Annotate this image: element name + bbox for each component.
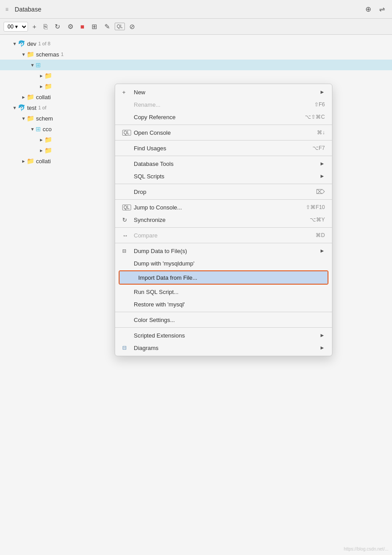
split-button[interactable]: ⇌	[377, 4, 387, 14]
folder-icon: 📁	[44, 136, 52, 143]
menu-label-find-usages: Find Usages	[134, 145, 304, 152]
add-datasource-button[interactable]: ⊕	[364, 4, 373, 14]
separator-4	[115, 184, 332, 184]
menu-label-run-sql: Run SQL Script...	[134, 289, 325, 295]
menu-item-color-settings[interactable]: Color Settings...	[115, 314, 332, 326]
new-icon: +	[122, 89, 131, 96]
separator-8	[115, 312, 332, 312]
tree-node-schema-selected[interactable]: ▼ ⊞	[0, 60, 392, 70]
submenu-arrow: ►	[320, 89, 325, 95]
add-button[interactable]: +	[30, 21, 39, 32]
menu-label-dump-mysqldump: Dump with 'mysqldump'	[134, 260, 325, 267]
folder-icon: 📁	[44, 147, 52, 154]
menu-item-drop[interactable]: Drop ⌦	[115, 185, 332, 198]
tools-button[interactable]: ⚙	[65, 21, 76, 32]
menu-item-jump-console[interactable]: QL Jump to Console... ⇧⌘F10	[115, 201, 332, 213]
menu-item-database-tools[interactable]: Database Tools ►	[115, 157, 332, 170]
filter-button[interactable]: ⊘	[127, 21, 138, 32]
menu-label-copy-reference: Copy Reference	[134, 114, 296, 121]
menu-item-run-sql[interactable]: Run SQL Script...	[115, 286, 332, 298]
menu-label-sql-scripts: SQL Scripts	[134, 173, 316, 180]
scripted-ext-arrow: ►	[320, 332, 325, 338]
menu-label-new: New	[134, 89, 316, 96]
toolbar: 00 ▾ + ⎘ ↻ ⚙ ■ ⊞ ✎ QL ⊘	[0, 19, 392, 35]
console-icon: QL	[122, 130, 131, 136]
tree-node-dev[interactable]: ▼ 🐬 dev 1 of 8	[0, 38, 392, 49]
panel: ≡ Database ⊕ ⇌ 00 ▾ + ⎘ ↻ ⚙ ■ ⊞ ✎ QL ⊘ ✓…	[0, 0, 392, 555]
expand-icon: ▼	[12, 105, 17, 110]
folder-icon: 📁	[27, 93, 34, 101]
sql-button[interactable]: QL	[115, 23, 125, 30]
folder-icon: 📁	[27, 157, 34, 165]
menu-item-open-console[interactable]: QL Open Console ⌘↓	[115, 126, 332, 139]
expand-icon: ▼	[12, 41, 17, 46]
separator-1	[115, 125, 332, 125]
menu-label-scripted-extensions: Scripted Extensions	[134, 332, 316, 339]
menu-item-sql-scripts[interactable]: SQL Scripts ►	[115, 170, 332, 182]
tree-node-sub1[interactable]: ► 📁	[0, 70, 392, 81]
menu-item-new[interactable]: + New ►	[115, 86, 332, 98]
menu-item-rename[interactable]: Rename... ⇧F6	[115, 98, 332, 111]
zoom-select[interactable]: 00 ▾	[4, 22, 28, 32]
context-menu: + New ► Rename... ⇧F6 Copy Reference ⌥⇧⌘…	[115, 84, 332, 356]
folder-icon: 📁	[44, 83, 52, 90]
menu-label-synchronize: Synchronize	[134, 217, 301, 223]
diagrams-icon: ⊟	[122, 345, 131, 351]
refresh-button[interactable]: ↻	[52, 21, 63, 32]
tree-node-schemas[interactable]: ▼ 📁 schemas 1	[0, 49, 392, 60]
menu-item-synchronize[interactable]: ↻ Synchronize ⌥⌘Y	[115, 213, 332, 226]
menu-item-dump-data[interactable]: ⊟ Dump Data to File(s) ►	[115, 245, 332, 257]
menu-label-database-tools: Database Tools	[134, 161, 316, 167]
separator-7	[115, 243, 332, 243]
menu-item-restore-mysql[interactable]: Restore with 'mysql'	[115, 298, 332, 310]
watermark: https://blog.csdn.net/...	[344, 547, 388, 551]
copy-ref-shortcut: ⌥⇧⌘C	[305, 114, 325, 120]
db-tools-arrow: ►	[320, 161, 325, 167]
tree-label-test-collation: collati	[36, 158, 51, 165]
menu-label-open-console: Open Console	[134, 129, 308, 136]
drag-icon: ≡	[5, 6, 8, 12]
db-icon: 🐬	[18, 40, 25, 47]
expand-icon: ►	[39, 148, 44, 153]
expand-icon: ▼	[21, 52, 26, 57]
folder-icon: 📁	[27, 115, 34, 122]
table-button[interactable]: ⊞	[89, 21, 100, 32]
db-icon: 🐬	[18, 104, 25, 111]
copy-button[interactable]: ⎘	[41, 21, 50, 32]
schema-icon: ⊞	[36, 61, 41, 68]
sync-shortcut: ⌥⌘Y	[310, 217, 325, 223]
jump-console-shortcut: ⇧⌘F10	[306, 204, 325, 210]
menu-item-scripted-extensions[interactable]: Scripted Extensions ►	[115, 329, 332, 342]
tree-label-cco: cco	[43, 126, 52, 133]
console-shortcut: ⌘↓	[317, 129, 325, 136]
separator-6	[115, 227, 332, 228]
menu-item-import-file[interactable]: Import Data from File...	[120, 271, 328, 284]
menu-item-copy-reference[interactable]: Copy Reference ⌥⇧⌘C	[115, 111, 332, 123]
edit-button[interactable]: ✎	[102, 21, 113, 32]
stop-button[interactable]: ■	[78, 21, 87, 32]
rename-shortcut: ⇧F6	[314, 101, 325, 108]
menu-label-diagrams: Diagrams	[134, 345, 316, 351]
menu-label-restore-mysql: Restore with 'mysql'	[134, 301, 325, 308]
compare-icon: ↔	[122, 232, 131, 239]
sql-scripts-arrow: ►	[320, 173, 325, 179]
dump-icon: ⊟	[122, 248, 131, 254]
panel-title: Database	[15, 6, 41, 13]
expand-icon: ▼	[21, 116, 26, 121]
expand-icon: ►	[39, 137, 44, 142]
separator-5	[115, 199, 332, 200]
expand-icon: ►	[21, 159, 26, 164]
folder-icon: 📁	[27, 51, 34, 58]
header-actions: ⊕ ⇌	[364, 4, 387, 14]
menu-label-color-settings: Color Settings...	[134, 317, 325, 323]
import-file-highlight-box: Import Data from File...	[119, 270, 328, 285]
tree-label-test: test	[27, 105, 36, 111]
menu-item-compare[interactable]: ↔ Compare ⌘D	[115, 229, 332, 241]
menu-item-find-usages[interactable]: Find Usages ⌥F7	[115, 142, 332, 154]
separator-2	[115, 140, 332, 141]
menu-item-diagrams[interactable]: ⊟ Diagrams ►	[115, 342, 332, 354]
expand-icon: ►	[21, 95, 26, 100]
import-file-wrapper: Import Data from File...	[115, 269, 332, 286]
menu-item-dump-mysqldump[interactable]: Dump with 'mysqldump'	[115, 257, 332, 269]
diagrams-arrow: ►	[320, 345, 325, 351]
